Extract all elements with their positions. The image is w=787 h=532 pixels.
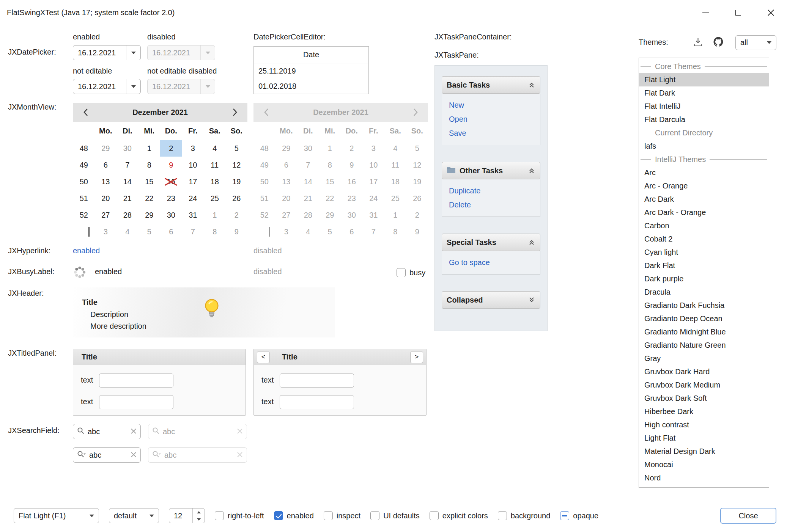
calendar-day[interactable]: 22 bbox=[139, 190, 161, 207]
minimize-button[interactable] bbox=[689, 0, 722, 25]
checkbox-box[interactable] bbox=[324, 511, 333, 520]
theme-list-item[interactable]: Flat IntelliJ bbox=[639, 100, 769, 113]
theme-list-item[interactable]: Gruvbox Dark Hard bbox=[639, 365, 769, 378]
calendar-day[interactable]: 7 bbox=[116, 157, 139, 173]
checkbox-box[interactable] bbox=[274, 511, 283, 520]
taskpane-title-bar[interactable]: Collapsed bbox=[442, 291, 540, 309]
download-themes-icon[interactable] bbox=[693, 37, 703, 49]
checkbox-enabled[interactable]: enabled bbox=[274, 511, 314, 520]
theme-list-item[interactable]: Gray bbox=[639, 352, 769, 365]
search-field-enabled[interactable] bbox=[73, 424, 141, 439]
theme-list-item[interactable]: Dark purple bbox=[639, 272, 769, 286]
date-table-row[interactable]: 25.11.2019 bbox=[254, 63, 368, 78]
datepicker-dropdown-button[interactable] bbox=[126, 79, 140, 94]
taskpane-link-open[interactable]: Open bbox=[442, 112, 540, 126]
search-menu-icon[interactable] bbox=[77, 450, 86, 460]
theme-list-item[interactable]: Monocai bbox=[639, 458, 769, 471]
search-input[interactable] bbox=[88, 427, 127, 436]
date-table-row[interactable]: 01.02.2018 bbox=[254, 78, 368, 94]
theme-list-item[interactable]: Gradianto Deep Ocean bbox=[639, 312, 769, 325]
theme-list-item[interactable]: Carbon bbox=[639, 219, 769, 232]
calendar-day[interactable]: 6 bbox=[95, 157, 117, 173]
theme-list-item[interactable]: Gradianto Nature Green bbox=[639, 339, 769, 352]
theme-list-item[interactable]: Cobalt 2 bbox=[639, 232, 769, 246]
datepicker-dropdown-button[interactable] bbox=[126, 46, 140, 60]
datepicker-value[interactable]: 16.12.2021 bbox=[73, 49, 126, 57]
calendar-day[interactable]: 31 bbox=[182, 207, 204, 223]
calendar-day[interactable]: 28 bbox=[116, 207, 139, 223]
taskpane-title-bar[interactable]: Special Tasks bbox=[442, 234, 540, 251]
calendar-day[interactable]: 23 bbox=[160, 190, 182, 207]
theme-list-item[interactable]: Gruvbox Dark Medium bbox=[639, 378, 769, 392]
calendar-day[interactable]: 4 bbox=[204, 140, 226, 157]
clear-search-icon[interactable] bbox=[131, 427, 137, 436]
theme-list-item[interactable]: Material Design Dark bbox=[639, 445, 769, 458]
collapse-icon[interactable] bbox=[528, 239, 535, 246]
theme-list-item[interactable]: Cyan light bbox=[639, 246, 769, 259]
text-input[interactable] bbox=[99, 373, 173, 388]
calendar-day[interactable]: 14 bbox=[116, 173, 139, 190]
theme-list-item[interactable]: Flat Dark bbox=[639, 86, 769, 100]
spinner-up-button[interactable] bbox=[193, 508, 205, 516]
busy-checkbox[interactable]: busy bbox=[397, 268, 425, 277]
theme-list-item[interactable]: Gradianto Dark Fuchsia bbox=[639, 299, 769, 312]
calendar-day[interactable]: 30 bbox=[116, 140, 139, 157]
titled-panel-next-button[interactable]: > bbox=[410, 351, 423, 363]
theme-list-item[interactable]: Gruvbox Dark Soft bbox=[639, 392, 769, 405]
checkbox-ui-defaults[interactable]: UI defaults bbox=[370, 511, 420, 520]
theme-filter-select[interactable]: all bbox=[735, 35, 776, 50]
calendar-day[interactable]: 5 bbox=[139, 223, 161, 240]
theme-list-item[interactable]: Gradianto Midnight Blue bbox=[639, 325, 769, 339]
calendar-day[interactable]: 27 bbox=[95, 207, 117, 223]
calendar-day[interactable]: 6 bbox=[160, 223, 182, 240]
titled-panel-prev-button[interactable]: < bbox=[257, 351, 270, 363]
checkbox-box[interactable] bbox=[397, 268, 406, 277]
close-window-button[interactable] bbox=[754, 0, 787, 25]
calendar-day[interactable]: 26 bbox=[226, 190, 248, 207]
calendar-day[interactable]: 21 bbox=[116, 190, 139, 207]
checkbox-box[interactable] bbox=[498, 511, 507, 520]
checkbox-box[interactable] bbox=[560, 511, 569, 520]
checkbox-explicit-colors[interactable]: explicit colors bbox=[430, 511, 488, 520]
font-select[interactable]: default bbox=[109, 508, 159, 523]
github-icon[interactable] bbox=[713, 36, 724, 49]
theme-list-item[interactable]: Arc bbox=[639, 166, 769, 179]
taskpane-title-bar[interactable]: Basic Tasks bbox=[442, 76, 540, 94]
taskpane-link-delete[interactable]: Delete bbox=[442, 198, 540, 212]
laf-select[interactable]: Flat Light (F1) bbox=[14, 508, 99, 523]
checkbox-right-to-left[interactable]: right-to-left bbox=[215, 511, 264, 520]
hyperlink-enabled[interactable]: enabled bbox=[73, 246, 100, 255]
calendar-day[interactable]: 20 bbox=[95, 190, 117, 207]
theme-list-item[interactable]: Nord bbox=[639, 471, 769, 485]
collapse-icon[interactable] bbox=[528, 167, 535, 174]
calendar-day[interactable]: 29 bbox=[139, 207, 161, 223]
previous-month-button[interactable] bbox=[80, 107, 90, 117]
theme-list-item[interactable]: Dracula bbox=[639, 286, 769, 299]
calendar-day[interactable]: 13 bbox=[95, 173, 117, 190]
theme-list-item[interactable]: Arc - Orange bbox=[639, 179, 769, 193]
taskpane-link-go-to-space[interactable]: Go to space bbox=[442, 256, 540, 270]
calendar-day[interactable]: 25 bbox=[204, 190, 226, 207]
theme-list-item[interactable]: Flat Light bbox=[639, 73, 769, 86]
collapse-icon[interactable] bbox=[528, 81, 535, 89]
calendar-day[interactable]: 9 bbox=[160, 157, 182, 173]
checkbox-opaque[interactable]: opaque bbox=[560, 511, 598, 520]
calendar-day[interactable]: 1 bbox=[204, 207, 226, 223]
calendar-day[interactable]: 4 bbox=[116, 223, 139, 240]
taskpane-link-duplicate[interactable]: Duplicate bbox=[442, 184, 540, 198]
text-input[interactable] bbox=[99, 395, 173, 409]
font-size-spinner[interactable]: 12 bbox=[169, 508, 205, 523]
theme-list-item[interactable]: lafs bbox=[639, 140, 769, 153]
taskpane-link-save[interactable]: Save bbox=[442, 126, 540, 140]
calendar-day[interactable]: 3 bbox=[182, 140, 204, 157]
search-input[interactable] bbox=[89, 451, 127, 460]
calendar-day[interactable]: 1 bbox=[139, 140, 161, 157]
taskpane-link-new[interactable]: New bbox=[442, 98, 540, 112]
calendar-day[interactable]: 16 bbox=[160, 173, 182, 190]
calendar-day[interactable]: 24 bbox=[182, 190, 204, 207]
theme-list-item[interactable]: Dark Flat bbox=[639, 259, 769, 272]
datepicker-not-editable[interactable]: 16.12.2021 bbox=[73, 79, 141, 94]
calendar-day[interactable]: 11 bbox=[204, 157, 226, 173]
calendar-day[interactable]: 3 bbox=[95, 223, 117, 240]
checkbox-inspect[interactable]: inspect bbox=[324, 511, 360, 520]
